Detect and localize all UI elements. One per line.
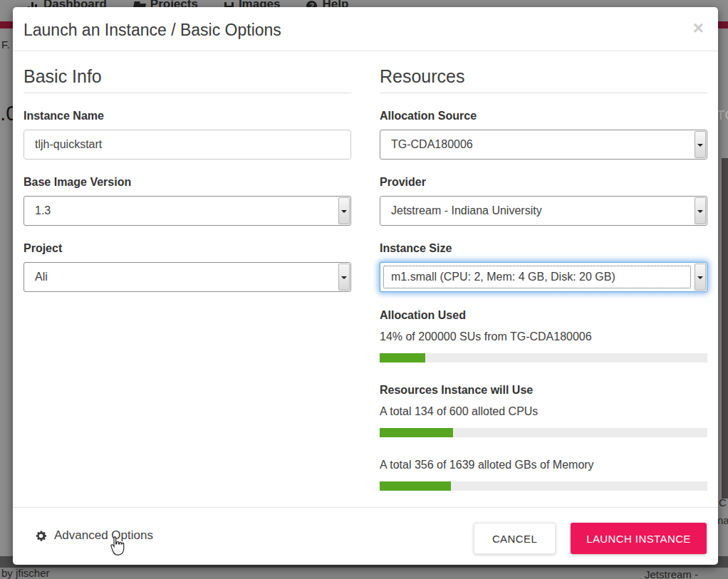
project-label: Project [24,242,351,255]
page-scrollbar[interactable] [722,158,728,499]
base-image-version-group: Base Image Version 1.3 [24,176,351,226]
instance-name-label: Instance Name [24,110,351,122]
chevron-down-icon[interactable] [695,131,706,158]
advanced-options-button[interactable]: Advanced Options [34,528,153,543]
cancel-button[interactable]: CANCEL [474,523,556,554]
close-icon[interactable]: × [693,19,704,37]
chevron-down-icon[interactable] [338,197,350,224]
allocation-source-label: Allocation Source [380,110,707,122]
progress-fill [380,353,425,362]
modal-title: Launch an Instance / Basic Options [24,7,281,53]
instance-size-group: Instance Size m1.small (CPU: 2, Mem: 4 G… [380,242,707,292]
provider-select[interactable]: Jetstream - Indiana University [380,196,707,226]
chevron-down-icon[interactable] [695,197,706,224]
provider-label: Provider [380,176,707,189]
progress-fill [380,481,451,491]
instance-size-select[interactable]: m1.small (CPU: 2, Mem: 4 GB, Disk: 20 GB… [380,262,707,292]
selected-value: TG-CDA180006 [391,130,473,159]
selected-value: 1.3 [35,197,51,225]
allocation-used-heading: Allocation Used [380,309,707,322]
instance-name-input[interactable] [24,130,351,160]
provider-group: Provider Jetstream - Indiana University [380,176,707,226]
allocation-used-text: 14% of 200000 SUs from TG-CDA180006 [380,330,707,343]
launch-instance-modal: Launch an Instance / Basic Options × Bas… [13,7,718,565]
page-footer: by jfischer Jetstream - TACC [0,568,728,579]
clipped-text-fragment: TC [717,108,728,123]
project-select[interactable]: Ali [24,262,351,292]
clipped-text-fragment: F. [1,38,10,51]
cpu-usage-text: A total 134 of 600 alloted CPUs [380,405,707,418]
modal-footer: Advanced Options CANCEL LAUNCH INSTANCE [13,507,718,565]
instance-name-group: Instance Name [24,110,351,160]
selected-value: Jetstream - Indiana University [391,197,542,225]
allocation-used-progressbar [380,353,707,362]
selected-value: Ali [35,263,48,291]
resources-column: Resources Allocation Source TG-CDA180006… [380,51,707,491]
clipped-text-fragment: na [717,514,728,526]
cpu-usage-progressbar [380,428,707,437]
basic-info-column: Basic Info Instance Name Base Image Vers… [24,51,351,491]
allocation-source-select[interactable]: TG-CDA180006 [380,130,707,160]
modal-body: Basic Info Instance Name Base Image Vers… [13,51,718,491]
modal-header: Launch an Instance / Basic Options × [13,7,718,51]
chevron-down-icon[interactable] [695,264,706,291]
progress-fill [380,428,453,437]
gear-icon [34,529,48,543]
base-image-version-select[interactable]: 1.3 [24,196,351,226]
footer-provider: Jetstream - TACC [645,568,728,579]
basic-info-heading: Basic Info [24,66,351,93]
advanced-options-label: Advanced Options [54,528,153,543]
selected-value: m1.small (CPU: 2, Mem: 4 GB, Disk: 20 GB… [391,263,615,291]
footer-author: by jfischer [1,567,50,579]
resources-heading: Resources [380,66,707,93]
allocation-source-group: Allocation Source TG-CDA180006 [380,110,707,160]
launch-instance-button[interactable]: LAUNCH INSTANCE [571,523,707,554]
base-image-version-label: Base Image Version [24,176,351,189]
memory-usage-progressbar [380,481,707,491]
memory-usage-text: A total 356 of 1639 alloted GBs of Memor… [380,459,707,471]
project-group: Project Ali [24,242,351,292]
chevron-down-icon[interactable] [338,264,350,291]
instance-will-use-heading: Resources Instance will Use [380,384,707,397]
instance-size-label: Instance Size [380,242,707,255]
